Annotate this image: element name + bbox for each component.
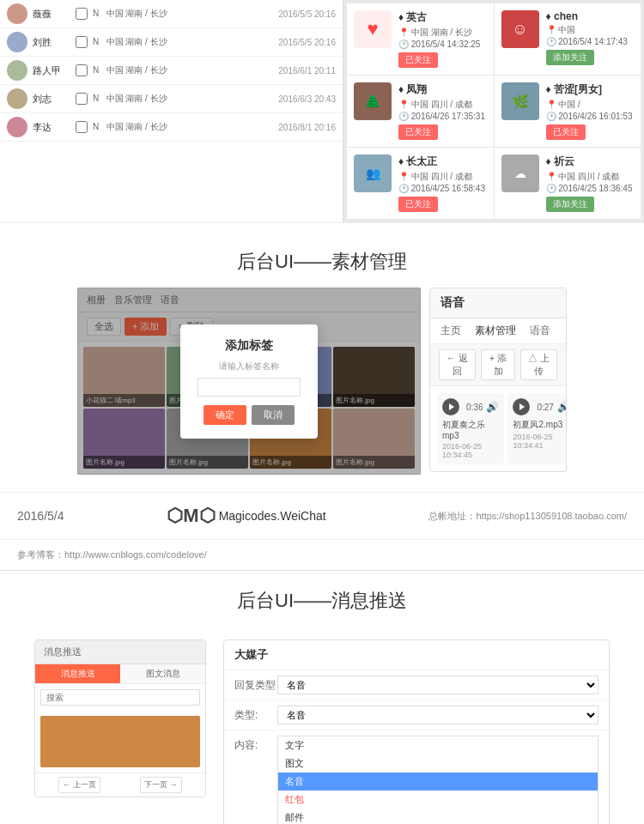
player-time: 0:27	[537, 403, 553, 412]
add-follow-button[interactable]: 添加关注	[546, 197, 594, 212]
user-info: N 中国 湖南 / 长沙	[93, 93, 275, 105]
section2-title: 后台UI——消息推送	[0, 571, 644, 622]
type-select[interactable]: 名音	[277, 706, 598, 724]
card-info: ♦ 长太正 📍 中国 四川 / 成都 🕐 2016/4/25 16:58:43 …	[398, 154, 487, 212]
dropdown-item-text[interactable]: 文字	[278, 736, 598, 754]
card-info: ♦ 苦涩[男女] 📍 中国 / 🕐 2016/4/26 16:01:53 已关注	[546, 82, 635, 140]
user-date: 2016/5/5 20:16	[278, 9, 336, 19]
card-date: 🕐 2016/4/26 17:35:31	[398, 112, 487, 121]
user-date: 2016/5/5 20:16	[278, 38, 336, 47]
voice-players: 0:36 🔊 初夏奏之乐 mp3 2016-06-25 10:34:45	[430, 386, 566, 471]
tab-message-push[interactable]: 消息推送	[35, 664, 120, 683]
voice-date: 2016-06-25 10:34:45	[442, 442, 499, 459]
follow-button[interactable]: 已关注	[398, 124, 438, 140]
form-label: 类型:	[234, 706, 277, 723]
row-checkbox[interactable]	[76, 64, 88, 76]
user-date: 2016/8/1 20:16	[278, 123, 336, 132]
form-row-type: 类型: 名音	[224, 700, 609, 730]
follow-button[interactable]: 已关注	[398, 52, 438, 68]
table-row: 刘志 N 中国 湖南 / 长沙 2016/6/3 20:43	[0, 85, 343, 113]
card-avatar: ☁	[501, 154, 539, 192]
user-name: 李达	[33, 121, 76, 134]
user-card: ♥ ♦ 英古 📍 中国 湖南 / 长沙 🕐 2016/5/4 14:32:25 …	[347, 3, 494, 75]
voice-filename: 初夏奏之乐 mp3	[442, 419, 499, 440]
form-control: 名音	[277, 706, 598, 724]
blog-link-bar: 参考博客：http://www.cnblogs.com/codelove/	[0, 540, 644, 570]
dropdown-item-email[interactable]: 邮件	[278, 809, 598, 824]
tag-input[interactable]	[197, 378, 301, 397]
dropdown-item-graphic[interactable]: 图文	[278, 754, 598, 772]
user-date: 2016/6/3 20:43	[278, 94, 336, 104]
voice-nav-home[interactable]: 主页	[440, 324, 461, 338]
upload-button[interactable]: △ 上传	[520, 349, 557, 380]
user-info: N 中国 湖南 / 长沙	[93, 64, 275, 76]
user-name: 刘胜	[33, 36, 76, 49]
material-inner: 相册 音乐管理 语音 全选 + 添加 × 删除 小花猫二 喵mp3 图片名称.j…	[77, 288, 567, 475]
card-info: ♦ 英古 📍 中国 湖南 / 长沙 🕐 2016/5/4 14:32:25 已关…	[398, 10, 487, 68]
card-date: 🕐 2016/5/4 14:32:25	[398, 39, 487, 49]
search-input[interactable]	[40, 689, 200, 706]
tab-graphic-message[interactable]: 图文消息	[120, 664, 205, 683]
add-follow-button[interactable]: 添加关注	[546, 50, 594, 65]
user-card: ☺ ♦ chen 📍 中国 🕐 2016/5/4 14:17:43 添加关注	[495, 3, 641, 75]
card-location: 📍 中国 四川 / 成都	[546, 171, 635, 183]
dropdown-item-audio[interactable]: 名音	[278, 772, 598, 791]
dropdown-item-redpacket[interactable]: 红包	[278, 791, 598, 809]
table-row: 薇薇 N 中国 湖南 / 长沙 2016/5/5 20:16	[0, 0, 343, 28]
user-name: 薇薇	[33, 8, 76, 21]
card-location: 📍 中国 四川 / 成都	[398, 99, 487, 111]
voice-nav-material[interactable]: 素材管理	[475, 324, 516, 338]
volume-icon[interactable]: 🔊	[557, 401, 567, 413]
heart-icon: ♥	[367, 18, 378, 40]
user-cards-grid: ♥ ♦ 英古 📍 中国 湖南 / 长沙 🕐 2016/5/4 14:32:25 …	[343, 0, 644, 222]
voice-date: 2016-06-25 10:34:41	[513, 433, 567, 450]
add-button[interactable]: + 添加	[481, 349, 515, 380]
row-checkbox[interactable]	[76, 121, 88, 133]
form-row-reply-type: 回复类型 名音	[224, 670, 609, 700]
volume-icon[interactable]: 🔊	[486, 401, 499, 413]
play-button[interactable]	[513, 398, 530, 415]
user-name: 路人甲	[33, 64, 76, 77]
row-checkbox[interactable]	[76, 36, 88, 48]
voice-player: 0:27 🔊 初夏风2.mp3 2016-06-25 10:34:41	[507, 393, 567, 464]
form-row-content: 内容: 文字 图文 名音 红包 邮件 标入签计	[224, 730, 609, 824]
modal-cancel-button[interactable]: 取消	[252, 405, 295, 425]
avatar-icon: 🌲	[364, 94, 381, 110]
card-date: 🕐 2016/4/25 18:36:45	[546, 184, 635, 193]
avatar-icon: 👥	[366, 167, 380, 180]
card-location: 📍 中国	[546, 24, 635, 36]
card-username: ♦ 苦涩[男女]	[546, 82, 635, 97]
tab-bar: 消息推送 图文消息	[35, 664, 205, 684]
user-info: N 中国 湖南 / 长沙	[93, 36, 275, 48]
user-card: 👥 ♦ 长太正 📍 中国 四川 / 成都 🕐 2016/4/25 16:58:4…	[347, 148, 494, 219]
row-checkbox[interactable]	[76, 8, 88, 20]
next-button[interactable]: 下一页 →	[140, 777, 182, 793]
play-button[interactable]	[442, 398, 459, 415]
user-info: N 中国 湖南 / 长沙	[93, 121, 275, 133]
message-nav-bar: ← 上一页 下一页 →	[35, 772, 205, 797]
user-card: 🌲 ♦ 凤翔 📍 中国 四川 / 成都 🕐 2016/4/26 17:35:31…	[347, 76, 494, 147]
reply-type-select[interactable]: 名音	[277, 676, 598, 694]
card-avatar: 👥	[354, 154, 392, 192]
card-username: ♦ chen	[546, 10, 635, 22]
footer-bar: 2016/5/4 ⬡M⬡ Magicodes.WeiChat 总帐地址：http…	[0, 492, 644, 540]
follow-button[interactable]: 已关注	[546, 124, 586, 140]
footer-date: 2016/5/4	[17, 509, 64, 523]
form-title: 大媒子	[224, 640, 609, 670]
avatar	[7, 117, 27, 137]
card-avatar: ☺	[501, 10, 539, 48]
prev-button[interactable]: ← 上一页	[58, 777, 100, 793]
back-button[interactable]: ← 返回	[439, 349, 476, 380]
voice-header: 语音	[430, 288, 566, 318]
follow-button[interactable]: 已关注	[398, 197, 438, 212]
add-tag-modal: 添加标签 请输入标签名称 确定 取消	[180, 324, 318, 439]
footer-link: 总帐地址：https://shop113059108.taobao.com/	[428, 510, 627, 523]
voice-nav-voice[interactable]: 语音	[530, 324, 550, 338]
player-controls: 0:27 🔊	[513, 398, 567, 415]
card-location: 📍 中国 四川 / 成都	[398, 171, 487, 183]
top-section: 薇薇 N 中国 湖南 / 长沙 2016/5/5 20:16 刘胜 N 中国 湖…	[0, 0, 644, 223]
row-checkbox[interactable]	[76, 93, 88, 105]
message-image-area	[40, 716, 200, 767]
modal-ok-button[interactable]: 确定	[204, 405, 246, 425]
dropdown-list: 文字 图文 名音 红包 邮件 标入签计	[277, 736, 598, 824]
